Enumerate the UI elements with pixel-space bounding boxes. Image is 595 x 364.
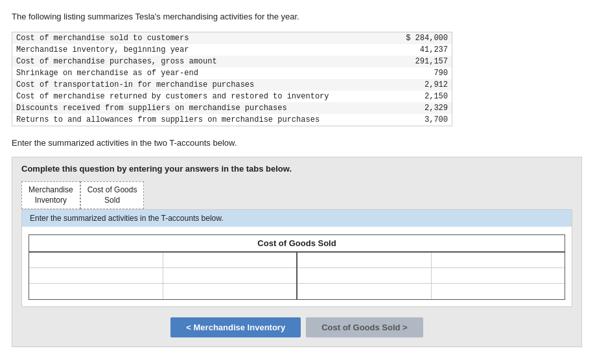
next-button[interactable]: Cost of Goods Sold — [306, 317, 423, 337]
item-label: Shrinkage on merchandise as of year-end — [12, 67, 388, 79]
t-account-input[interactable] — [163, 284, 297, 299]
item-value: 3,700 — [388, 114, 452, 126]
intro-text: The following listing summarizes Tesla's… — [12, 12, 582, 21]
t-account-right — [298, 253, 565, 299]
t-account-left-row — [29, 253, 296, 268]
t-account-left — [29, 253, 298, 299]
t-account-input[interactable] — [432, 268, 565, 284]
t-account-right-row — [298, 253, 565, 268]
t-account: Cost of Goods Sold — [29, 234, 565, 300]
data-table: Cost of merchandise sold to customers $ … — [12, 32, 452, 126]
tab-merchandise-inventory[interactable]: MerchandiseInventory — [21, 181, 80, 209]
enter-instructions: Enter the summarized activities in the t… — [12, 138, 582, 148]
t-account-input[interactable] — [432, 253, 565, 268]
complete-box: Complete this question by entering your … — [12, 157, 582, 347]
item-value: 2,329 — [388, 102, 452, 114]
tab-header-bar: Enter the summarized activities in the T… — [22, 210, 572, 227]
prev-button[interactable]: Merchandise Inventory — [170, 317, 301, 337]
t-account-input[interactable] — [298, 284, 432, 299]
item-label: Cost of merchandise returned by customer… — [12, 91, 388, 102]
t-account-right-row — [298, 268, 565, 284]
item-value: 790 — [388, 67, 452, 79]
t-account-input[interactable] — [163, 268, 297, 284]
complete-label: Complete this question by entering your … — [21, 164, 572, 174]
t-account-body — [29, 253, 565, 299]
table-row: Discounts received from suppliers on mer… — [12, 102, 452, 114]
item-label: Discounts received from suppliers on mer… — [12, 102, 388, 114]
item-value: 2,150 — [388, 91, 452, 102]
item-value: 41,237 — [388, 44, 452, 56]
t-account-section: Cost of Goods Sold — [22, 227, 572, 306]
t-account-input[interactable] — [163, 253, 297, 268]
t-account-right-row — [298, 284, 565, 299]
tab-content: Enter the summarized activities in the T… — [21, 209, 572, 307]
item-label: Returns to and allowances from suppliers… — [12, 114, 388, 126]
table-row: Returns to and allowances from suppliers… — [12, 114, 452, 126]
item-label: Cost of merchandise purchases, gross amo… — [12, 56, 388, 67]
item-label: Merchandise inventory, beginning year — [12, 44, 388, 56]
item-label: Cost of merchandise sold to customers — [12, 32, 388, 45]
item-value: 291,157 — [388, 56, 452, 67]
item-value: 2,912 — [388, 79, 452, 91]
table-row: Merchandise inventory, beginning year 41… — [12, 44, 452, 56]
tabs-row: MerchandiseInventory Cost of GoodsSold — [21, 181, 572, 209]
table-row: Cost of merchandise purchases, gross amo… — [12, 56, 452, 67]
t-account-left-row — [29, 284, 296, 299]
nav-buttons: Merchandise Inventory Cost of Goods Sold — [21, 317, 572, 337]
t-account-input[interactable] — [29, 268, 163, 284]
item-label: Cost of transportation-in for merchandis… — [12, 79, 388, 91]
item-value: $ 284,000 — [388, 32, 452, 45]
t-account-input[interactable] — [298, 253, 432, 268]
table-row: Cost of transportation-in for merchandis… — [12, 79, 452, 91]
t-account-input[interactable] — [29, 253, 163, 268]
tab-cost-of-goods-sold[interactable]: Cost of GoodsSold — [80, 181, 145, 209]
table-row: Cost of merchandise sold to customers $ … — [12, 32, 452, 45]
t-account-title: Cost of Goods Sold — [29, 235, 565, 253]
t-account-input[interactable] — [432, 284, 565, 299]
table-row: Cost of merchandise returned by customer… — [12, 91, 452, 102]
table-row: Shrinkage on merchandise as of year-end … — [12, 67, 452, 79]
t-account-left-row — [29, 268, 296, 284]
t-account-input[interactable] — [29, 284, 163, 299]
t-account-input[interactable] — [298, 268, 432, 284]
